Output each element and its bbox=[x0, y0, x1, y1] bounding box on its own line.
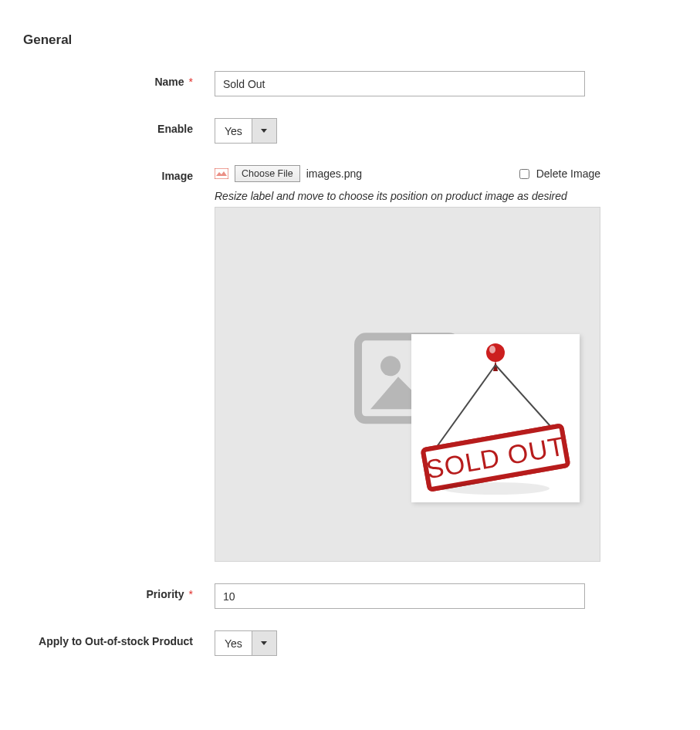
priority-input[interactable] bbox=[215, 583, 585, 609]
row-priority: Priority* bbox=[23, 583, 677, 609]
label-priority: Priority* bbox=[23, 583, 215, 600]
section-title: General bbox=[23, 32, 677, 48]
delete-image-checkbox[interactable] bbox=[519, 169, 529, 179]
row-image-canvas: Resize label and move to choose its posi… bbox=[23, 190, 677, 562]
label-name: Name* bbox=[23, 71, 215, 88]
file-name: images.png bbox=[306, 167, 362, 180]
label-enable: Enable bbox=[23, 118, 215, 135]
image-hint: Resize label and move to choose its posi… bbox=[215, 190, 677, 202]
enable-select[interactable]: Yes bbox=[215, 118, 677, 144]
svg-point-4 bbox=[489, 346, 495, 353]
label-apply-oos: Apply to Out-of-stock Product bbox=[23, 630, 215, 647]
chevron-down-icon bbox=[252, 118, 277, 144]
svg-point-2 bbox=[380, 356, 401, 376]
row-image: Image Choose File images.png Delete Imag… bbox=[23, 165, 677, 182]
row-name: Name* bbox=[23, 71, 677, 96]
choose-file-button[interactable]: Choose File bbox=[235, 165, 300, 182]
row-apply-oos: Apply to Out-of-stock Product Yes bbox=[23, 630, 677, 656]
delete-image-label: Delete Image bbox=[536, 167, 600, 180]
image-position-canvas[interactable]: SOLD OUT bbox=[215, 207, 600, 562]
svg-rect-0 bbox=[215, 168, 228, 179]
overlay-label[interactable]: SOLD OUT bbox=[411, 334, 580, 502]
image-thumb-icon bbox=[215, 168, 228, 179]
svg-point-3 bbox=[486, 343, 505, 362]
apply-oos-select[interactable]: Yes bbox=[215, 630, 677, 656]
apply-oos-select-value: Yes bbox=[215, 630, 252, 656]
row-enable: Enable Yes bbox=[23, 118, 677, 144]
enable-select-value: Yes bbox=[215, 118, 252, 144]
chevron-down-icon bbox=[252, 630, 277, 656]
label-image: Image bbox=[23, 165, 215, 182]
svg-line-6 bbox=[495, 365, 556, 433]
name-input[interactable] bbox=[215, 71, 585, 96]
delete-image-wrap[interactable]: Delete Image bbox=[516, 167, 600, 181]
svg-point-9 bbox=[441, 482, 550, 495]
